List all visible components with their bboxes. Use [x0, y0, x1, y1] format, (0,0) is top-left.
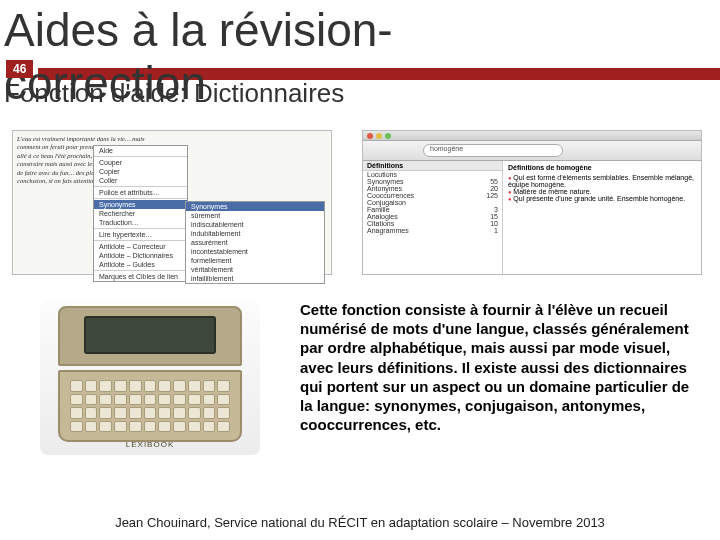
menu-item: Traduction…	[94, 218, 187, 227]
submenu-item: infailliblement	[186, 274, 324, 283]
context-menu: Aide Couper Copier Coller Police et attr…	[93, 145, 188, 282]
menu-item: Antidote – Correcteur	[94, 242, 187, 251]
device-brand-label: LEXIBOOK	[40, 440, 260, 449]
submenu-item: sûrement	[186, 211, 324, 220]
menu-item: Police et attributs…	[94, 188, 187, 197]
device-base	[58, 370, 242, 442]
screenshot-row: L'eau est vraiment importante dans la vi…	[12, 130, 708, 275]
sidebar-item: Cooccurrences125	[363, 192, 502, 199]
device-screen	[84, 316, 216, 354]
menu-item: Coller	[94, 176, 187, 185]
slide-title-line2: correction	[4, 56, 206, 110]
sidebar-item: Anagrammes1	[363, 227, 502, 234]
submenu-item: indubitablement	[186, 229, 324, 238]
close-icon	[367, 133, 373, 139]
definition-bullet: Matière de même nature.	[508, 188, 696, 195]
menu-item: Antidote – Dictionnaires	[94, 251, 187, 260]
menu-item: Copier	[94, 167, 187, 176]
antidote-dictionary-screenshot: homogène Définitions Locutions Synonymes…	[362, 130, 702, 275]
slide-title-line1: Aides à la révision-	[0, 0, 720, 54]
submenu-item: indiscutablement	[186, 220, 324, 229]
device-lid	[58, 306, 242, 366]
synonym-submenu: Synonymes sûrement indiscutablement indu…	[185, 201, 325, 284]
footer-credit: Jean Chouinard, Service national du RÉCI…	[0, 515, 720, 530]
menu-item: Lire hypertexte…	[94, 230, 187, 239]
sidebar-item: Synonymes55	[363, 178, 502, 185]
menu-item: Antidote – Guides	[94, 260, 187, 269]
sidebar-item: Locutions	[363, 171, 502, 178]
sidebar-item: Famille3	[363, 206, 502, 213]
word-context-menu-screenshot: L'eau est vraiment importante dans la vi…	[12, 130, 332, 275]
page-number-badge: 46	[6, 60, 33, 78]
menu-item: Marques et Cibles de lien	[94, 272, 187, 281]
electronic-dictionary-device: LEXIBOOK	[40, 300, 260, 455]
sidebar-item: Analogies15	[363, 213, 502, 220]
definition-bullet: Qui présente d'une grande unité. Ensembl…	[508, 195, 696, 202]
definition-pane: Définitions de homogène Qui est formé d'…	[503, 161, 701, 274]
dictionary-sidebar: Définitions Locutions Synonymes55 Antony…	[363, 161, 503, 274]
menu-item: Couper	[94, 158, 187, 167]
description-paragraph: Cette fonction consiste à fournir à l'él…	[300, 300, 696, 434]
zoom-icon	[385, 133, 391, 139]
menu-item: Rechercher	[94, 209, 187, 218]
device-keyboard	[70, 380, 230, 432]
submenu-item: incontestablement	[186, 247, 324, 256]
submenu-item: formellement	[186, 256, 324, 265]
minimize-icon	[376, 133, 382, 139]
search-field: homogène	[423, 144, 563, 157]
submenu-item: véritablement	[186, 265, 324, 274]
submenu-item: assurément	[186, 238, 324, 247]
sidebar-item: Antonymes20	[363, 185, 502, 192]
window-titlebar	[363, 131, 701, 141]
submenu-item: Synonymes	[186, 202, 324, 211]
definition-bullet: Qui est formé d'éléments semblables. Ens…	[508, 174, 696, 188]
menu-item-synonymes: Synonymes	[94, 200, 187, 209]
definition-heading: Définitions de homogène	[508, 164, 696, 171]
sidebar-item: Conjugaison	[363, 199, 502, 206]
sidebar-item: Citations10	[363, 220, 502, 227]
menu-item: Aide	[94, 146, 187, 155]
sidebar-header: Définitions	[363, 161, 502, 171]
